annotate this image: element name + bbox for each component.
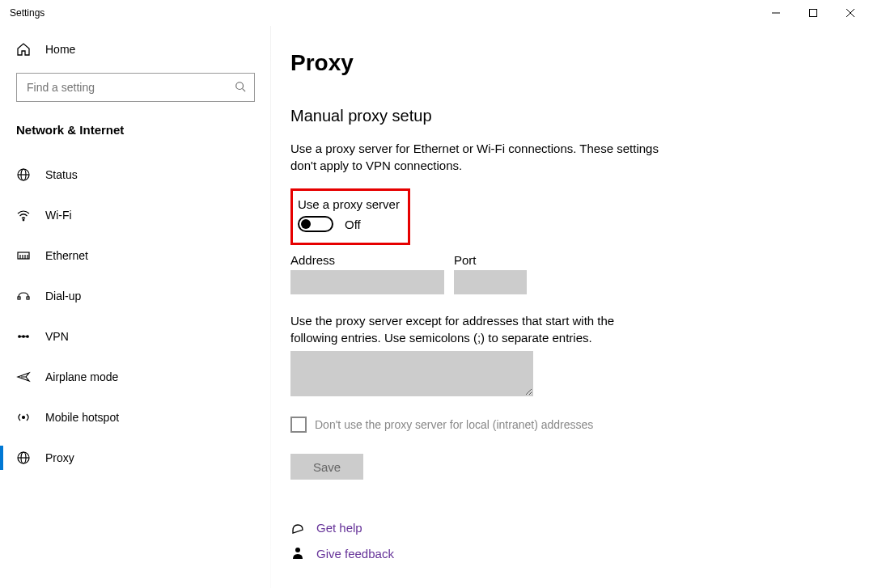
sidebar-item-label: Wi-Fi [45,209,72,222]
search-input[interactable] [25,80,235,95]
proxy-toggle-highlight: Use a proxy server Off [290,188,410,245]
sidebar-item-hotspot[interactable]: Mobile hotspot [16,397,255,438]
minimize-icon [772,9,780,17]
proxy-toggle[interactable] [298,216,333,232]
maximize-button[interactable] [795,0,832,26]
content-area: Proxy Manual proxy setup Use a proxy ser… [271,26,869,588]
svg-point-21 [23,417,25,419]
sidebar-item-ethernet[interactable]: Ethernet [16,235,255,276]
home-icon [16,42,31,57]
sidebar-item-label: VPN [45,330,69,343]
address-input[interactable] [290,270,444,294]
close-icon [846,9,854,17]
proxy-icon [16,451,31,465]
svg-point-25 [295,548,300,552]
feedback-icon [290,546,305,561]
svg-rect-15 [18,297,20,299]
status-icon [16,167,31,182]
svg-rect-1 [810,10,817,17]
exceptions-description: Use the proxy server except for addresse… [290,312,663,346]
sidebar-item-wifi[interactable]: Wi-Fi [16,195,255,235]
page-title: Proxy [290,50,850,76]
search-input-container[interactable] [16,73,255,102]
svg-point-9 [23,219,24,221]
save-button[interactable]: Save [290,454,363,480]
vpn-icon [16,329,31,344]
sidebar-item-label: Mobile hotspot [45,411,119,424]
svg-line-5 [243,88,246,91]
section-title: Network & Internet [16,123,255,154]
dialup-icon [16,289,31,303]
sidebar-item-label: Status [45,168,78,181]
sidebar-item-proxy[interactable]: Proxy [16,438,255,478]
hotspot-icon [16,410,31,425]
get-help-link[interactable]: Get help [316,521,362,535]
sidebar-item-label: Proxy [45,451,74,464]
section-title: Manual proxy setup [290,107,850,125]
home-label: Home [45,43,75,56]
help-icon [290,520,305,535]
local-bypass-checkbox[interactable] [290,417,307,433]
minimize-button[interactable] [757,0,795,26]
proxy-toggle-label: Use a proxy server [298,197,400,211]
maximize-icon [809,9,817,17]
ethernet-icon [16,248,31,263]
give-feedback-link[interactable]: Give feedback [316,547,394,561]
search-icon [235,81,246,95]
exceptions-input[interactable] [290,351,533,396]
sidebar-item-vpn[interactable]: VPN [16,316,255,357]
sidebar-item-dialup[interactable]: Dial-up [16,276,255,316]
sidebar-item-label: Ethernet [45,249,88,262]
port-label: Port [454,253,527,267]
port-input[interactable] [454,270,527,294]
section-description: Use a proxy server for Ethernet or Wi-Fi… [290,140,663,174]
svg-rect-16 [27,297,29,299]
proxy-toggle-state: Off [345,218,361,231]
local-bypass-label: Don't use the proxy server for local (in… [315,418,593,431]
sidebar-item-airplane[interactable]: Airplane mode [16,357,255,397]
window-title: Settings [10,7,45,19]
toggle-knob [301,219,311,229]
address-label: Address [290,253,444,267]
sidebar: Home Network & Internet Status Wi-Fi E [0,26,271,588]
sidebar-item-status[interactable]: Status [16,154,255,195]
sidebar-item-label: Dial-up [45,290,81,302]
wifi-icon [16,208,31,222]
home-button[interactable]: Home [16,26,255,73]
sidebar-item-label: Airplane mode [45,370,118,383]
svg-point-4 [236,82,244,89]
close-button[interactable] [832,0,869,26]
airplane-icon [16,370,31,384]
